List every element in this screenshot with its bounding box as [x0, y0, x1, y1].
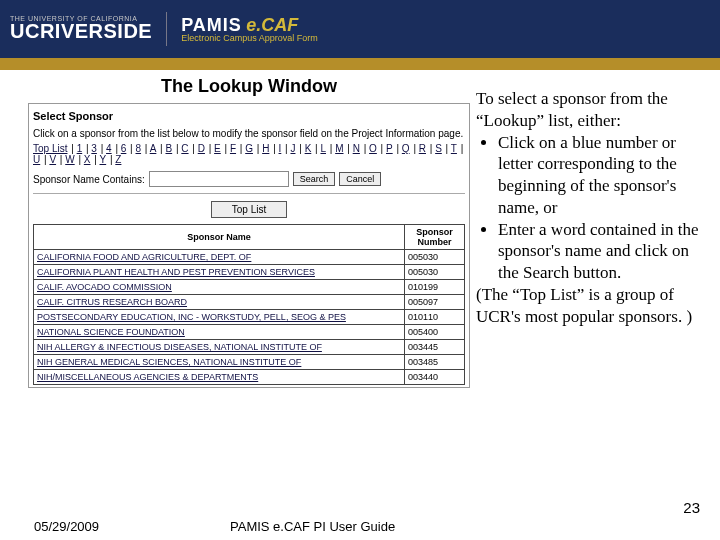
search-button[interactable]: Search	[293, 172, 336, 186]
sponsor-number-cell: 010110	[405, 310, 465, 325]
brand-pamis: PAMIS	[181, 15, 242, 35]
index-link[interactable]: 3	[91, 143, 97, 154]
sponsor-number-cell: 005030	[405, 265, 465, 280]
index-link[interactable]: V	[49, 154, 56, 165]
index-link[interactable]: B	[166, 143, 173, 154]
search-label: Sponsor Name Contains:	[33, 174, 145, 185]
table-row: NATIONAL SCIENCE FOUNDATION005400	[34, 325, 465, 340]
col-sponsor-name: Sponsor Name	[34, 225, 405, 250]
brand-ecaf: e.CAF	[246, 15, 298, 35]
index-link[interactable]: X	[84, 154, 91, 165]
sponsor-number-cell: 005400	[405, 325, 465, 340]
index-link[interactable]: K	[305, 143, 312, 154]
brand-tag: Electronic Campus Approval Form	[181, 33, 318, 43]
footer-date: 05/29/2009	[34, 519, 99, 534]
notes-bullet-2: Enter a word contained in the sponsor's …	[498, 219, 702, 284]
index-link[interactable]: L	[320, 143, 326, 154]
table-row: NIH ALLERGY & INFECTIOUS DISEASES, NATIO…	[34, 340, 465, 355]
sponsor-name-cell[interactable]: CALIF. AVOCADO COMMISSION	[34, 280, 405, 295]
index-link[interactable]: C	[181, 143, 188, 154]
lookup-title: Select Sponsor	[33, 110, 465, 122]
index-link[interactable]: J	[290, 143, 295, 154]
sponsor-name-cell[interactable]: CALIFORNIA FOOD AND AGRICULTURE, DEPT. O…	[34, 250, 405, 265]
sponsor-number-cell: 005097	[405, 295, 465, 310]
index-link[interactable]: A	[150, 143, 157, 154]
brand-area: THE UNIVERSITY OF CALIFORNIA UCRIVERSIDE…	[10, 12, 318, 46]
index-link[interactable]: F	[230, 143, 236, 154]
lookup-instruction: Click on a sponsor from the list below t…	[33, 128, 465, 139]
sponsor-name-cell[interactable]: POSTSECONDARY EDUCATION, INC - WORKSTUDY…	[34, 310, 405, 325]
index-link[interactable]: Y	[99, 154, 106, 165]
gold-bar	[0, 58, 720, 70]
sponsor-table: Sponsor Name Sponsor Number CALIFORNIA F…	[33, 224, 465, 385]
table-row: NIH GENERAL MEDICAL SCIENCES, NATIONAL I…	[34, 355, 465, 370]
index-link[interactable]: U	[33, 154, 40, 165]
sponsor-name-cell[interactable]: NATIONAL SCIENCE FOUNDATION	[34, 325, 405, 340]
index-link[interactable]: Q	[402, 143, 410, 154]
index-link[interactable]: M	[335, 143, 343, 154]
left-panel: The Lookup Window Select Sponsor Click o…	[0, 70, 470, 388]
header-band: THE UNIVERSITY OF CALIFORNIA UCRIVERSIDE…	[0, 0, 720, 58]
sponsor-number-cell: 005030	[405, 250, 465, 265]
brand-divider	[166, 12, 167, 46]
table-row: CALIF. CITRUS RESEARCH BOARD005097	[34, 295, 465, 310]
index-link[interactable]: H	[262, 143, 269, 154]
sponsor-name-cell[interactable]: NIH ALLERGY & INFECTIOUS DISEASES, NATIO…	[34, 340, 405, 355]
index-link[interactable]: Top List	[33, 143, 67, 154]
index-link[interactable]: Z	[115, 154, 121, 165]
alpha-index: Top List | 1 | 3 | 4 | 6 | 8 | A | B | C…	[33, 143, 465, 165]
index-link[interactable]: 6	[121, 143, 127, 154]
table-row: NIH/MISCELLANEOUS AGENCIES & DEPARTMENTS…	[34, 370, 465, 385]
notes-panel: To select a sponsor from the “Lookup” li…	[470, 70, 720, 388]
lookup-panel: Select Sponsor Click on a sponsor from t…	[28, 103, 470, 388]
index-link[interactable]: O	[369, 143, 377, 154]
sponsor-number-cell: 003440	[405, 370, 465, 385]
notes-outro: (The “Top List” is a group of UCR's most…	[476, 284, 702, 328]
index-link[interactable]: W	[65, 154, 74, 165]
caption: The Lookup Window	[28, 76, 470, 97]
sponsor-name-cell[interactable]: CALIFORNIA PLANT HEALTH AND PEST PREVENT…	[34, 265, 405, 280]
table-row: POSTSECONDARY EDUCATION, INC - WORKSTUDY…	[34, 310, 465, 325]
sponsor-number-cell: 003445	[405, 340, 465, 355]
col-sponsor-number: Sponsor Number	[405, 225, 465, 250]
top-list-button[interactable]: Top List	[211, 201, 287, 218]
search-row: Sponsor Name Contains: Search Cancel	[33, 171, 465, 187]
index-link[interactable]: 8	[136, 143, 142, 154]
index-link[interactable]: 1	[77, 143, 83, 154]
footer-guide: PAMIS e.CAF PI User Guide	[230, 519, 395, 534]
sponsor-number-cell: 003485	[405, 355, 465, 370]
sponsor-name-cell[interactable]: CALIF. CITRUS RESEARCH BOARD	[34, 295, 405, 310]
index-link[interactable]: E	[214, 143, 221, 154]
index-link[interactable]: P	[386, 143, 393, 154]
notes-bullet-1: Click on a blue number or letter corresp…	[498, 132, 702, 219]
table-row: CALIF. AVOCADO COMMISSION010199	[34, 280, 465, 295]
notes-intro: To select a sponsor from the “Lookup” li…	[476, 88, 702, 132]
divider	[33, 193, 465, 194]
index-link[interactable]: S	[435, 143, 442, 154]
brand-main: UCRIVERSIDE	[10, 20, 152, 42]
footer-page: 23	[683, 499, 700, 516]
index-link[interactable]: 4	[106, 143, 112, 154]
index-link[interactable]: I	[279, 143, 282, 154]
index-link[interactable]: D	[198, 143, 205, 154]
cancel-button[interactable]: Cancel	[339, 172, 381, 186]
sponsor-name-cell[interactable]: NIH/MISCELLANEOUS AGENCIES & DEPARTMENTS	[34, 370, 405, 385]
table-row: CALIFORNIA PLANT HEALTH AND PEST PREVENT…	[34, 265, 465, 280]
index-link[interactable]: R	[419, 143, 426, 154]
search-input[interactable]	[149, 171, 289, 187]
sponsor-number-cell: 010199	[405, 280, 465, 295]
sponsor-name-cell[interactable]: NIH GENERAL MEDICAL SCIENCES, NATIONAL I…	[34, 355, 405, 370]
index-link[interactable]: G	[245, 143, 253, 154]
index-link[interactable]: T	[451, 143, 457, 154]
index-link[interactable]: N	[353, 143, 360, 154]
table-row: CALIFORNIA FOOD AND AGRICULTURE, DEPT. O…	[34, 250, 465, 265]
